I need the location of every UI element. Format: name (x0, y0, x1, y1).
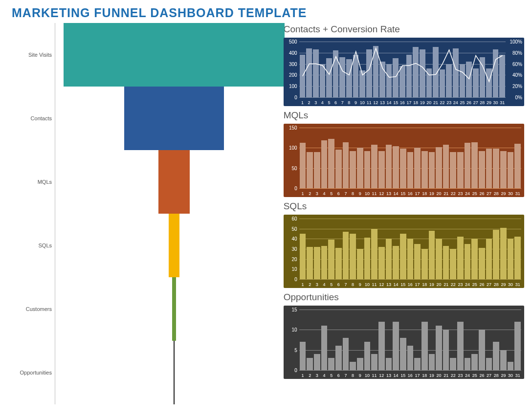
funnel-label: SQLs (12, 243, 52, 248)
card-title-sqls: SQLs (284, 201, 524, 212)
plot-area (299, 128, 521, 188)
x-tick: 11 (366, 100, 373, 105)
bar (407, 346, 414, 370)
x-tick: 12 (373, 100, 379, 105)
x-tick: 14 (392, 191, 399, 196)
bar (393, 146, 399, 188)
x-tick: 17 (406, 100, 413, 105)
x-tick: 15 (392, 100, 399, 105)
x-tick: 11 (371, 282, 378, 287)
bar (465, 358, 471, 370)
y-tick: 150 (285, 125, 297, 131)
funnel-label: MQLs (12, 179, 52, 185)
x-tick: 19 (419, 100, 426, 105)
x-tick: 21 (432, 100, 439, 105)
y-tick: 60 (285, 216, 297, 221)
y-tick: 50 (285, 165, 297, 171)
x-tick: 2 (306, 373, 313, 378)
bar (335, 150, 342, 188)
bar (471, 239, 478, 279)
bar (514, 237, 521, 279)
x-tick: 10 (364, 373, 371, 378)
card-title-mqls: MQLs (284, 110, 524, 121)
funnel-row-site-visits: Site Visits (12, 23, 272, 87)
x-tick: 24 (464, 373, 471, 378)
x-tick: 28 (492, 373, 500, 378)
bar (350, 362, 356, 370)
x-tick: 22 (439, 100, 446, 105)
y-tick: 0 (285, 186, 297, 191)
bar (300, 143, 306, 188)
x-tick: 16 (407, 191, 414, 196)
x-tick: 14 (386, 100, 393, 105)
bar (493, 149, 499, 188)
y-tick: 40 (285, 236, 297, 242)
x-ticks: 1234567891011121314151617181920212223242… (299, 373, 521, 378)
bar (300, 234, 306, 279)
x-tick: 27 (486, 191, 493, 196)
y-tick: 500 (285, 39, 297, 44)
y-tick: 15 (285, 307, 297, 312)
x-tick: 30 (492, 100, 499, 105)
bar (400, 149, 406, 188)
bar (479, 248, 485, 279)
x-tick: 2 (306, 191, 313, 196)
x-tick: 26 (478, 373, 486, 378)
bar (457, 237, 464, 279)
y-tick: 400 (285, 50, 297, 55)
y-tick-right: 40% (512, 72, 522, 78)
x-tick: 11 (371, 191, 378, 196)
y-tick-right: 100% (510, 39, 522, 44)
x-tick: 18 (421, 282, 428, 287)
gridline (299, 188, 521, 189)
bar (386, 145, 392, 188)
bar (450, 249, 456, 279)
bar (407, 239, 414, 279)
bar (364, 151, 371, 188)
x-tick: 15 (399, 373, 407, 378)
bar (307, 152, 313, 188)
x-tick: 18 (412, 100, 419, 105)
card-opps: Opportunities 05101512345678910111213141… (284, 291, 524, 379)
bar (465, 244, 471, 279)
bar (350, 151, 356, 188)
x-tick: 27 (486, 373, 493, 378)
bar (364, 238, 371, 279)
funnel-label: Contacts (12, 115, 52, 121)
x-tick: 4 (321, 191, 328, 196)
y-tick: 100 (285, 84, 297, 89)
x-tick: 6 (332, 100, 339, 105)
x-tick: 30 (507, 191, 514, 196)
bar (357, 249, 363, 279)
x-tick: 3 (313, 373, 321, 378)
x-tick: 25 (471, 373, 478, 378)
bar (357, 148, 363, 188)
x-tick: 15 (399, 191, 407, 196)
x-tick: 17 (414, 282, 421, 287)
bar (493, 230, 499, 279)
chart-sqls: 0102030405060123456789101112131415161718… (284, 215, 524, 288)
gridline (299, 97, 506, 98)
x-tick: 6 (335, 282, 342, 287)
chart-contacts: 01002003004005000%20%40%60%80%100%123456… (284, 38, 524, 106)
funnel-row-opportunities: Opportunities (12, 341, 272, 404)
x-tick: 11 (371, 373, 378, 378)
x-ticks: 1234567891011121314151617181920212223242… (299, 282, 521, 287)
bar (407, 152, 414, 188)
bar (343, 142, 349, 188)
x-tick: 5 (328, 282, 335, 287)
x-tick: 18 (421, 191, 428, 196)
bar (371, 354, 377, 370)
x-tick: 23 (457, 191, 464, 196)
bar (307, 247, 313, 279)
x-tick: 1 (299, 282, 307, 287)
bar (479, 330, 485, 370)
bar (414, 358, 421, 370)
funnel-label: Opportunities (12, 370, 52, 376)
x-tick: 8 (349, 282, 356, 287)
y-tick-right: 80% (512, 50, 522, 55)
bar (400, 338, 406, 370)
x-tick: 21 (443, 373, 450, 378)
y-tick: 300 (285, 61, 297, 66)
x-tick: 15 (399, 282, 407, 287)
